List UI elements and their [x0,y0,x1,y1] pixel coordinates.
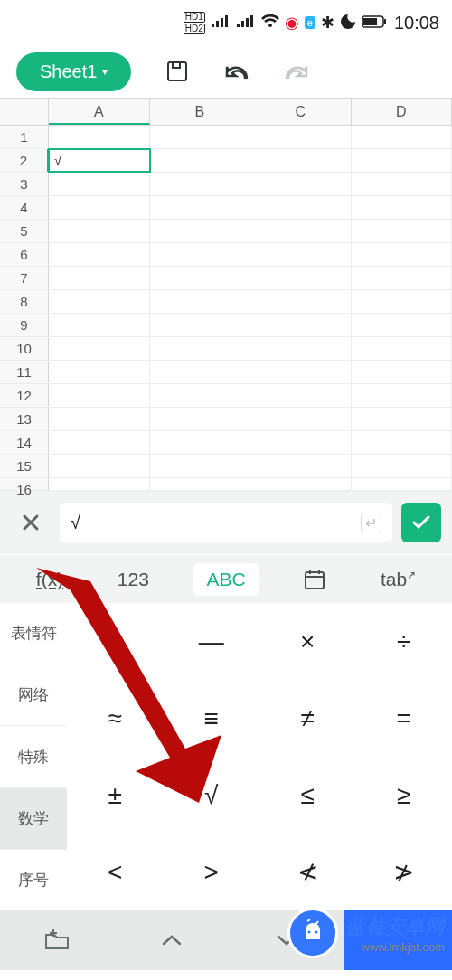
cell[interactable] [49,384,150,407]
cell[interactable] [150,337,251,360]
row-header[interactable]: 16 [0,478,49,490]
key-equal[interactable]: = [356,680,453,757]
cell[interactable] [250,408,352,430]
spreadsheet-grid[interactable]: A B C D 1 2√ 3 4 5 6 7 8 9 10 11 12 13 1… [0,98,452,491]
cell[interactable] [49,196,150,219]
cell[interactable] [352,220,453,242]
row-header[interactable]: 10 [0,337,49,360]
row-header[interactable]: 5 [0,220,49,242]
cell[interactable] [49,126,150,148]
cell[interactable] [250,478,352,490]
sheet-tab[interactable]: Sheet1 ▾ [16,52,131,91]
key-divide[interactable]: ÷ [356,603,453,680]
save-icon[interactable] [164,58,191,85]
cell[interactable] [250,149,352,172]
cell[interactable] [250,384,352,407]
cell[interactable] [49,478,150,490]
cell[interactable] [150,267,251,289]
cat-emoji[interactable]: 表情符 [0,603,67,664]
cell[interactable] [250,314,352,336]
row-header[interactable]: 13 [0,408,49,430]
cell[interactable] [352,126,453,148]
cell[interactable] [49,455,150,477]
key-nlt[interactable]: ≮ [259,834,356,910]
row-header[interactable]: 9 [0,314,49,336]
key-lte[interactable]: ≤ [259,757,356,834]
cell-A2[interactable]: √ [49,149,150,172]
cell[interactable] [352,267,453,289]
cell[interactable] [250,290,352,313]
cell[interactable] [352,173,453,195]
cell[interactable] [150,243,251,266]
formula-input[interactable]: √ ↵ [60,503,392,542]
key-ngt[interactable]: ≯ [356,834,453,910]
cell[interactable] [49,220,150,242]
cell[interactable] [352,384,453,407]
redo-icon[interactable] [283,58,310,85]
cell[interactable] [150,220,251,242]
cell[interactable] [49,361,150,383]
cell[interactable] [352,314,453,336]
cell[interactable] [150,196,251,219]
row-header[interactable]: 15 [0,455,49,477]
nav-action[interactable] [344,910,452,970]
cell[interactable] [250,173,352,195]
cell[interactable] [150,478,251,490]
row-header[interactable]: 6 [0,243,49,266]
cell[interactable] [352,361,453,383]
undo-icon[interactable] [223,58,250,85]
cell[interactable] [49,173,150,195]
key-approx[interactable]: ≈ [67,680,164,757]
row-header[interactable]: 3 [0,173,49,195]
cell[interactable] [49,314,150,336]
row-header[interactable]: 1 [0,126,49,148]
close-button[interactable] [11,503,51,542]
cell[interactable] [352,149,453,172]
nav-folder[interactable] [0,929,115,951]
cell[interactable] [250,267,352,289]
cell[interactable] [352,243,453,266]
col-header-D[interactable]: D [352,99,453,125]
cell[interactable] [250,243,352,266]
col-header-B[interactable]: B [150,99,251,125]
cell[interactable] [250,196,352,219]
key-minus[interactable]: — [164,603,260,680]
col-header-C[interactable]: C [250,99,352,125]
cell[interactable] [250,220,352,242]
row-header[interactable]: 8 [0,290,49,313]
cell[interactable] [150,455,251,477]
key-plusminus[interactable]: ± [67,757,164,834]
cell[interactable] [150,431,251,454]
cell[interactable] [49,431,150,454]
key-identical[interactable]: ≡ [164,680,260,757]
row-header[interactable]: 2 [0,149,49,172]
cell[interactable] [150,384,251,407]
key-sqrt[interactable]: √ [164,757,260,834]
key-notequal[interactable]: ≠ [259,680,356,757]
cat-ordinal[interactable]: 序号 [0,850,67,910]
mode-abc[interactable]: ABC [193,563,258,596]
grid-corner[interactable] [0,99,49,125]
cell[interactable] [352,431,453,454]
mode-date[interactable] [294,564,335,595]
cell[interactable] [250,431,352,454]
cell[interactable] [150,361,251,383]
nav-up[interactable] [115,934,230,947]
row-header[interactable]: 4 [0,196,49,219]
cell[interactable] [150,149,251,172]
cell[interactable] [150,408,251,430]
key-plus[interactable]: + [67,603,164,680]
cat-math[interactable]: 数学 [0,788,67,850]
cell[interactable] [49,408,150,430]
cell[interactable] [49,243,150,266]
key-gte[interactable]: ≥ [356,757,453,834]
cell[interactable] [49,337,150,360]
cat-special[interactable]: 特殊 [0,726,67,787]
cat-network[interactable]: 网络 [0,664,67,726]
row-header[interactable]: 14 [0,431,49,454]
key-gt[interactable]: > [164,834,260,910]
key-lt[interactable]: < [67,834,164,910]
cell[interactable] [250,126,352,148]
row-header[interactable]: 7 [0,267,49,289]
row-header[interactable]: 11 [0,361,49,383]
